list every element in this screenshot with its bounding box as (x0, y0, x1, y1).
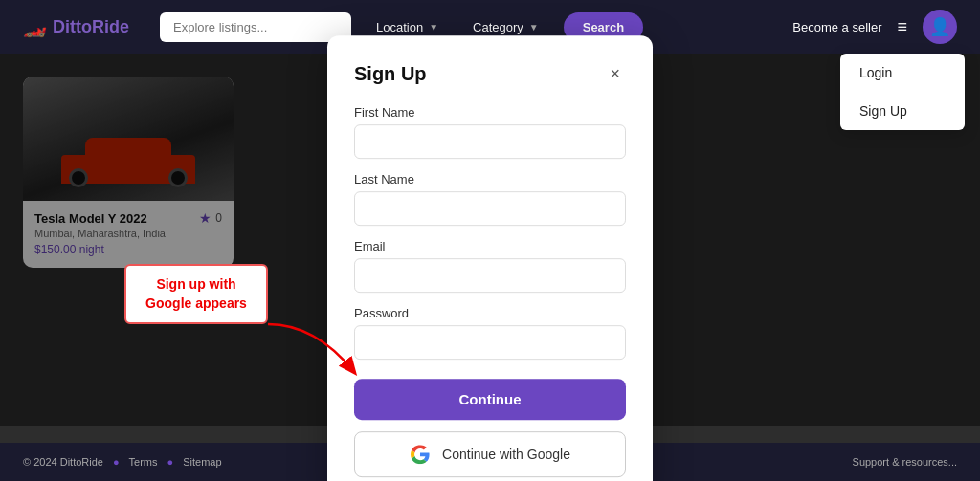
logo-text: DittoRide (53, 17, 129, 37)
password-group: Password (354, 306, 626, 360)
location-label: Location (376, 20, 423, 34)
last-name-input[interactable] (354, 191, 626, 226)
location-arrow-icon: ▼ (429, 22, 438, 33)
hamburger-icon[interactable]: ≡ (897, 17, 907, 37)
footer-dot-2: ● (167, 456, 174, 468)
logo: 🏎️ DittoRide (23, 15, 129, 38)
avatar[interactable]: 👤 (923, 10, 957, 44)
google-signin-button[interactable]: Continue with Google (354, 431, 626, 477)
logo-icon: 🏎️ (23, 15, 47, 38)
email-input[interactable] (354, 258, 626, 293)
footer-right: Support & resources... (853, 456, 957, 468)
signup-menu-item[interactable]: Sign Up (840, 92, 965, 130)
category-arrow-icon: ▼ (529, 22, 539, 33)
google-svg (411, 445, 430, 464)
login-menu-item[interactable]: Login (840, 54, 965, 92)
modal-title: Sign Up (354, 63, 427, 85)
footer-left: © 2024 DittoRide ● Terms ● Sitemap (23, 456, 222, 468)
category-label: Category (473, 20, 523, 34)
password-label: Password (354, 306, 626, 320)
password-input[interactable] (354, 325, 626, 360)
last-name-group: Last Name (354, 172, 626, 226)
main-content: Tesla Model Y 2022 ★ 0 Mumbai, Maharasht… (0, 54, 980, 426)
callout-box: Sign up with Google appears (124, 264, 268, 324)
first-name-label: First Name (354, 105, 626, 120)
first-name-input[interactable] (354, 124, 626, 159)
callout-arrow-icon (258, 319, 364, 382)
search-input[interactable] (160, 12, 351, 42)
footer-support-link[interactable]: Support & resources... (853, 456, 957, 468)
signup-modal: Sign Up × First Name Last Name Email Pas… (327, 35, 653, 481)
google-btn-label: Continue with Google (442, 447, 570, 462)
first-name-group: First Name (354, 105, 626, 159)
google-logo-icon (410, 444, 431, 465)
footer-copyright: © 2024 DittoRide (23, 456, 103, 468)
email-group: Email (354, 239, 626, 293)
footer-sitemap-link[interactable]: Sitemap (183, 456, 221, 468)
modal-header: Sign Up × (354, 62, 626, 86)
become-seller-link[interactable]: Become a seller (792, 20, 881, 34)
user-dropdown-menu: Login Sign Up (840, 54, 965, 130)
email-label: Email (354, 239, 626, 253)
callout: Sign up with Google appears (124, 264, 268, 324)
footer-dot-1: ● (113, 456, 120, 468)
header-right: Become a seller ≡ 👤 (792, 10, 957, 44)
last-name-label: Last Name (354, 172, 626, 186)
modal-close-button[interactable]: × (604, 62, 626, 86)
continue-button[interactable]: Continue (354, 379, 626, 420)
footer-terms-link[interactable]: Terms (129, 456, 158, 468)
avatar-icon: 👤 (929, 16, 950, 37)
